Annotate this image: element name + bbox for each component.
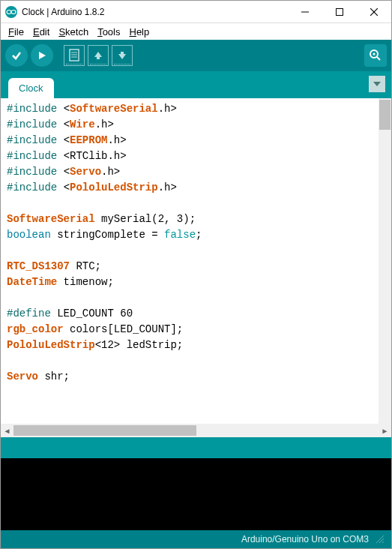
horizontal-scrollbar[interactable]: ◄ ►	[1, 424, 391, 437]
window-title: Clock | Arduino 1.8.2	[22, 7, 288, 17]
scroll-right-button[interactable]: ►	[379, 424, 391, 437]
code-line: SoftwareSerial mySerial(2, 3);	[7, 212, 377, 227]
arrow-up-icon	[93, 50, 103, 61]
code-line	[7, 243, 377, 259]
code-line	[7, 196, 377, 212]
svg-line-21	[382, 542, 384, 543]
menu-file[interactable]: File	[4, 25, 28, 39]
menu-sketch[interactable]: Sketch	[54, 25, 93, 39]
code-line: PololuLedStrip<12> ledStrip;	[7, 338, 377, 353]
tab-bar: Clock	[1, 71, 391, 98]
code-line	[7, 290, 377, 306]
footer-bar: Arduino/Genuino Uno on COM3	[1, 530, 391, 548]
svg-marker-11	[94, 52, 102, 57]
svg-point-1	[11, 10, 16, 14]
serial-monitor-button[interactable]	[364, 44, 387, 67]
chevron-down-icon	[373, 82, 381, 86]
file-icon	[68, 49, 80, 62]
horizontal-scroll-thumb[interactable]	[13, 425, 196, 436]
code-line: #include <Wire.h>	[7, 117, 377, 133]
resize-grip-icon[interactable]	[375, 534, 384, 545]
code-line: #include <PololuLedStrip.h>	[7, 180, 377, 196]
arduino-logo-icon	[5, 6, 17, 18]
arrow-right-icon	[36, 50, 48, 62]
tab-menu-button[interactable]	[369, 76, 385, 92]
vertical-scrollbar[interactable]	[379, 98, 391, 424]
new-sketch-button[interactable]	[64, 45, 85, 66]
svg-rect-3	[337, 8, 343, 15]
svg-point-0	[7, 10, 11, 14]
menubar: File Edit Sketch Tools Help	[1, 23, 391, 40]
output-console[interactable]	[1, 458, 391, 530]
code-line: #include <EEPROM.h>	[7, 133, 377, 148]
arrow-down-icon	[117, 50, 127, 61]
code-line: #include <RTClib.h>	[7, 148, 377, 164]
code-editor[interactable]: #include <SoftwareSerial.h>#include <Wir…	[1, 98, 379, 424]
close-button[interactable]	[357, 1, 391, 23]
svg-marker-6	[39, 52, 46, 59]
magnifier-icon	[369, 49, 382, 62]
svg-point-17	[373, 53, 376, 56]
code-line: boolean stringComplete = false;	[7, 227, 377, 243]
maximize-button[interactable]	[322, 1, 357, 23]
svg-marker-14	[118, 54, 126, 59]
horizontal-scroll-track[interactable]	[13, 424, 379, 437]
code-line: rgb_color colors[LED_COUNT];	[7, 322, 377, 338]
verify-button[interactable]	[5, 44, 28, 67]
board-port-label: Arduino/Genuino Uno on COM3	[241, 534, 369, 544]
window-controls	[288, 1, 391, 23]
tab-clock[interactable]: Clock	[8, 78, 54, 98]
editor-area: #include <SoftwareSerial.h>#include <Wir…	[1, 98, 391, 424]
menu-tools[interactable]: Tools	[93, 25, 124, 39]
minimize-button[interactable]	[288, 1, 322, 23]
code-line	[7, 353, 377, 369]
toolbar	[1, 40, 391, 71]
scroll-left-button[interactable]: ◄	[1, 424, 13, 437]
save-sketch-button[interactable]	[112, 45, 133, 66]
menu-edit[interactable]: Edit	[28, 25, 54, 39]
code-line: #include <Servo.h>	[7, 164, 377, 180]
svg-line-16	[377, 57, 380, 60]
code-line: Servo shr;	[7, 369, 377, 385]
upload-button[interactable]	[31, 44, 53, 67]
code-line: #define LED_COUNT 60	[7, 306, 377, 322]
vertical-scroll-thumb[interactable]	[379, 100, 391, 130]
status-bar	[1, 437, 391, 458]
menu-file-rest: ile	[14, 26, 24, 38]
check-icon	[10, 50, 22, 62]
code-line: DateTime timenow;	[7, 274, 377, 290]
svg-rect-12	[97, 56, 100, 59]
menu-help[interactable]: Help	[124, 25, 154, 39]
code-line: #include <SoftwareSerial.h>	[7, 101, 377, 117]
open-sketch-button[interactable]	[88, 45, 109, 66]
svg-marker-18	[373, 82, 381, 86]
code-line: RTC_DS1307 RTC;	[7, 259, 377, 274]
window-titlebar: Clock | Arduino 1.8.2	[1, 1, 391, 23]
